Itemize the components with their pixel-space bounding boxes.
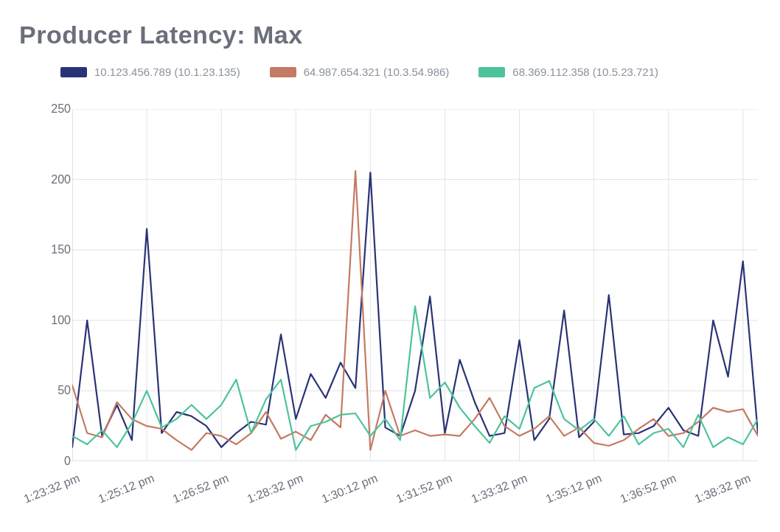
y-tick-label: 50 — [58, 384, 71, 397]
legend-item[interactable]: 10.123.456.789 (10.1.23.135) — [60, 66, 240, 78]
legend-swatch — [478, 67, 505, 77]
y-tick-label: 100 — [51, 314, 71, 327]
y-tick-label: 200 — [51, 173, 71, 186]
x-tick-label: 1:23:32 pm — [22, 472, 82, 506]
x-tick-label: 1:25:12 pm — [97, 472, 156, 506]
series-lines — [72, 109, 758, 461]
x-tick-label: 1:28:32 pm — [246, 472, 305, 506]
y-tick-label: 250 — [51, 102, 71, 116]
x-tick-label: 1:35:12 pm — [543, 472, 603, 506]
y-tick-label: 150 — [51, 243, 71, 256]
x-tick-label: 1:26:52 pm — [171, 472, 231, 506]
x-tick-label: 1:36:52 pm — [618, 472, 678, 506]
y-axis-ticks: 050100150200250 — [37, 109, 71, 461]
chart-title: Producer Latency: Max — [19, 21, 762, 49]
legend-item[interactable]: 64.987.654.321 (10.3.54.986) — [270, 66, 450, 78]
legend: 10.123.456.789 (10.1.23.135)64.987.654.3… — [60, 66, 762, 78]
legend-swatch — [60, 67, 87, 77]
x-tick-label: 1:31:52 pm — [394, 472, 454, 506]
x-axis-ticks: 1:23:32 pm1:25:12 pm1:26:52 pm1:28:32 pm… — [72, 466, 758, 517]
series-line — [72, 307, 758, 450]
legend-swatch — [270, 67, 296, 77]
x-tick-label: 1:38:32 pm — [693, 472, 753, 506]
y-tick-label: 0 — [64, 455, 71, 468]
legend-label: 10.123.456.789 (10.1.23.135) — [94, 66, 240, 78]
legend-item[interactable]: 68.369.112.358 (10.5.23.721) — [478, 66, 658, 78]
x-tick-label: 1:30:12 pm — [320, 472, 380, 506]
legend-label: 64.987.654.321 (10.3.54.986) — [304, 66, 450, 78]
x-tick-label: 1:33:32 pm — [469, 472, 529, 506]
plot-area — [72, 109, 758, 461]
legend-label: 68.369.112.358 (10.5.23.721) — [512, 66, 658, 78]
